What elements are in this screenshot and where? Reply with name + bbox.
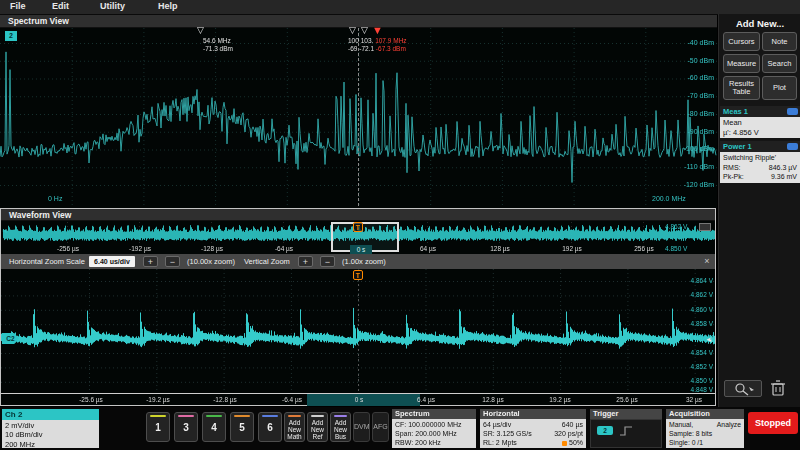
- spectrum-rbw: RBW: 200 kHz: [395, 438, 473, 447]
- marker1-ampl: -71.3 dBm: [203, 45, 233, 53]
- menu-help[interactable]: Help: [158, 1, 178, 11]
- waveform-ttick: 19.2 µs: [549, 396, 570, 403]
- overview-tick: 192 µs: [562, 245, 582, 252]
- spectrum-ytick: -110 dBm: [668, 163, 714, 170]
- spectrum-channel-badge[interactable]: 2: [5, 31, 17, 41]
- menu-edit[interactable]: Edit: [52, 1, 69, 11]
- ch5-color-stripe: [234, 415, 250, 417]
- add-new-title: Add New...: [719, 18, 800, 29]
- math-color-stripe: [288, 415, 301, 417]
- waveform-ttick: 12.8 µs: [482, 396, 503, 403]
- dvm-button[interactable]: DVM: [353, 412, 370, 442]
- zoom-close-icon[interactable]: ×: [701, 256, 713, 267]
- spectrum-ytick: -80 dBm: [668, 110, 714, 117]
- ch3-color-stripe: [178, 415, 194, 417]
- cursors-button[interactable]: Cursors: [723, 32, 760, 51]
- main-trigger-marker[interactable]: T: [353, 270, 363, 280]
- horizontal-position: 50%: [562, 438, 583, 447]
- trigger-source-chip: 2: [597, 426, 613, 435]
- vzoom-label: Vertical Zoom: [244, 257, 290, 266]
- hzoom-plus-button[interactable]: +: [143, 256, 158, 267]
- overview-tick: 128 µs: [490, 245, 510, 252]
- ch2-spectrum-scale: 10 dBm/div: [5, 430, 96, 439]
- results-table-button[interactable]: Results Table: [723, 76, 760, 100]
- spectrum-view-header[interactable]: Spectrum View: [0, 15, 717, 28]
- peak-marker-1-icon[interactable]: ▽: [197, 26, 204, 35]
- add-new-math-button[interactable]: Add New Math: [284, 412, 305, 442]
- menu-utility[interactable]: Utility: [100, 1, 125, 11]
- main-waveform-plot[interactable]: T C2 ◄ 4.864 V 4.862 V 4.860 V 4.858 V 4…: [1, 269, 715, 393]
- overview-vtop-label: 4.862 V: [665, 223, 687, 230]
- waveform-ttick: 0 s: [355, 396, 364, 403]
- waveform-ttick: -25.6 µs: [79, 396, 103, 403]
- trigger-badge[interactable]: Trigger 2: [590, 409, 662, 448]
- search-button[interactable]: Search: [762, 54, 797, 73]
- overview-trigger-marker[interactable]: T: [353, 222, 363, 232]
- overview-tick: -128 µs: [201, 245, 223, 252]
- sample-interval: 320 ps/pt: [554, 429, 583, 438]
- zoom-scale-value[interactable]: 6.40 us/div: [89, 256, 135, 267]
- add-math-label: Add New Math: [287, 419, 301, 440]
- overview-tick: -192 µs: [129, 245, 151, 252]
- waveform-ttick: 6.4 µs: [417, 396, 435, 403]
- bus-color-stripe: [334, 415, 347, 417]
- power1-badge[interactable]: Power 1 Switching Ripple' RMS: 846.3 µV …: [720, 141, 800, 183]
- acquisition-badge[interactable]: Acquisition Manual, Analyze Sample: 8 bi…: [666, 409, 744, 448]
- overview-vbottom-label: 4.850 V: [665, 245, 687, 252]
- magnifier-icon: [725, 381, 761, 396]
- ref-marker-ampl: -67.3 dBm: [376, 45, 406, 52]
- add-ref-label: Add New Ref: [311, 419, 324, 440]
- channel-4-button[interactable]: 4: [202, 412, 226, 442]
- waveform-ttick: -6.4 µs: [282, 396, 302, 403]
- plot-button[interactable]: Plot: [762, 76, 797, 100]
- spectrum-plot[interactable]: 2 ▽ 54.6 MHz -71.3 dBm ▽ ▽ ▼ 100 103. 10…: [0, 28, 717, 208]
- hzoom-minus-button[interactable]: −: [165, 256, 180, 267]
- zoom-tool-button[interactable]: [724, 380, 762, 397]
- ch2-badge[interactable]: Ch 2 2 mV/div 10 dBm/div 200 MHz: [2, 409, 99, 448]
- channel-1-button[interactable]: 1: [146, 412, 170, 442]
- trash-button[interactable]: [770, 379, 786, 397]
- vzoom-factor-label: (1.00x zoom): [342, 257, 386, 266]
- waveform-overview-strip[interactable]: ◄ T -256 µs -192 µs -128 µs -64 µs 64 µs…: [1, 222, 715, 253]
- vzoom-minus-button[interactable]: −: [320, 256, 335, 267]
- ch3-label: 3: [175, 422, 197, 433]
- vzoom-plus-button[interactable]: +: [298, 256, 313, 267]
- channel-5-button[interactable]: 5: [230, 412, 254, 442]
- meas1-badge[interactable]: Meas 1 Mean µ': 4.856 V: [720, 106, 800, 138]
- note-button[interactable]: Note: [762, 32, 797, 51]
- channel-6-button[interactable]: 6: [258, 412, 282, 442]
- waveform-view-header[interactable]: Waveform View: [1, 209, 715, 221]
- spectrum-badge-title: Spectrum: [392, 409, 476, 419]
- acquisition-badge-title: Acquisition: [666, 409, 744, 419]
- peak-marker-3-icon[interactable]: ▽: [361, 26, 368, 35]
- power1-handle-icon[interactable]: [787, 143, 798, 150]
- waveform-trace-canvas[interactable]: [1, 269, 715, 393]
- add-new-ref-button[interactable]: Add New Ref: [307, 412, 328, 442]
- peak-marker-2-icon[interactable]: ▽: [349, 26, 356, 35]
- reference-marker-icon[interactable]: ▼: [372, 25, 383, 35]
- afg-button[interactable]: AFG: [372, 412, 389, 442]
- spectrum-xmax-label: 200.0 MHz: [652, 195, 686, 202]
- waveform-vtick: 4.848 V: [665, 386, 713, 393]
- position-dot-icon: [562, 441, 567, 446]
- zoom-scale-label: Horizontal Zoom Scale: [9, 257, 85, 266]
- horizontal-badge[interactable]: Horizontal 64 µs/div 640 µs SR: 3.125 GS…: [480, 409, 586, 448]
- add-new-bus-button[interactable]: Add New Bus: [330, 412, 351, 442]
- menu-file[interactable]: File: [10, 1, 26, 11]
- ch5-label: 5: [231, 422, 253, 433]
- horizontal-scale: 64 µs/div: [483, 420, 511, 429]
- waveform-vtick: 4.854 V: [665, 349, 713, 356]
- spectrum-badge[interactable]: Spectrum CF: 100.000000 MHz Span: 200.00…: [392, 409, 476, 448]
- waveform-ttick: -19.2 µs: [146, 396, 170, 403]
- waveform-vtick: 4.856 V: [665, 334, 713, 341]
- meas1-type: Mean: [723, 118, 797, 128]
- run-stop-button[interactable]: Stopped: [748, 412, 798, 434]
- spectrum-span: Span: 200.000 MHz: [395, 429, 473, 438]
- meas1-handle-icon[interactable]: [787, 108, 798, 115]
- acq-single: Single: 0 /1: [669, 438, 741, 447]
- ch2-bandwidth: 200 MHz: [5, 440, 96, 449]
- overview-panel-icon[interactable]: [699, 223, 711, 231]
- measure-button[interactable]: Measure: [723, 54, 760, 73]
- add-bus-label: Add New Bus: [334, 419, 347, 440]
- channel-3-button[interactable]: 3: [174, 412, 198, 442]
